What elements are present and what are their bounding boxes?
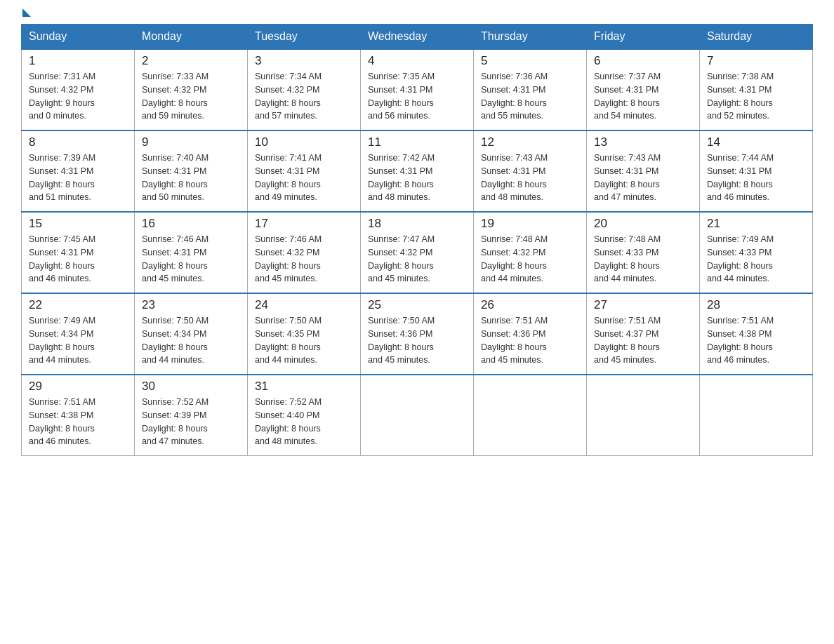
- calendar-cell: 24 Sunrise: 7:50 AMSunset: 4:35 PMDaylig…: [248, 293, 361, 375]
- calendar-cell: [700, 375, 813, 456]
- day-number: 18: [368, 217, 466, 231]
- day-info: Sunrise: 7:36 AMSunset: 4:31 PMDaylight:…: [481, 70, 579, 123]
- day-info: Sunrise: 7:51 AMSunset: 4:38 PMDaylight:…: [707, 314, 805, 367]
- day-info: Sunrise: 7:48 AMSunset: 4:32 PMDaylight:…: [481, 233, 579, 286]
- header: [21, 14, 813, 17]
- day-info: Sunrise: 7:50 AMSunset: 4:35 PMDaylight:…: [255, 314, 353, 367]
- calendar-cell: 31 Sunrise: 7:52 AMSunset: 4:40 PMDaylig…: [248, 375, 361, 456]
- calendar-cell: 5 Sunrise: 7:36 AMSunset: 4:31 PMDayligh…: [474, 49, 587, 130]
- weekday-header-tuesday: Tuesday: [248, 25, 361, 50]
- calendar-week-row: 29 Sunrise: 7:51 AMSunset: 4:38 PMDaylig…: [22, 375, 813, 456]
- day-number: 11: [368, 135, 466, 149]
- day-number: 10: [255, 135, 353, 149]
- day-number: 19: [481, 217, 579, 231]
- day-number: 27: [594, 298, 692, 312]
- calendar-cell: [587, 375, 700, 456]
- calendar-cell: 21 Sunrise: 7:49 AMSunset: 4:33 PMDaylig…: [700, 212, 813, 293]
- calendar-cell: 29 Sunrise: 7:51 AMSunset: 4:38 PMDaylig…: [22, 375, 135, 456]
- day-info: Sunrise: 7:49 AMSunset: 4:34 PMDaylight:…: [29, 314, 127, 367]
- day-number: 21: [707, 217, 805, 231]
- day-number: 9: [142, 135, 240, 149]
- calendar-cell: 10 Sunrise: 7:41 AMSunset: 4:31 PMDaylig…: [248, 130, 361, 212]
- calendar-cell: 7 Sunrise: 7:38 AMSunset: 4:31 PMDayligh…: [700, 49, 813, 130]
- calendar-week-row: 8 Sunrise: 7:39 AMSunset: 4:31 PMDayligh…: [22, 130, 813, 212]
- day-info: Sunrise: 7:35 AMSunset: 4:31 PMDaylight:…: [368, 70, 466, 123]
- day-info: Sunrise: 7:52 AMSunset: 4:40 PMDaylight:…: [255, 396, 353, 448]
- day-info: Sunrise: 7:49 AMSunset: 4:33 PMDaylight:…: [707, 233, 805, 286]
- day-info: Sunrise: 7:52 AMSunset: 4:39 PMDaylight:…: [142, 396, 240, 448]
- weekday-header-wednesday: Wednesday: [361, 25, 474, 50]
- weekday-header-monday: Monday: [135, 25, 248, 50]
- weekday-header-saturday: Saturday: [700, 25, 813, 50]
- day-info: Sunrise: 7:33 AMSunset: 4:32 PMDaylight:…: [142, 70, 240, 123]
- calendar-week-row: 22 Sunrise: 7:49 AMSunset: 4:34 PMDaylig…: [22, 293, 813, 375]
- calendar-cell: 23 Sunrise: 7:50 AMSunset: 4:34 PMDaylig…: [135, 293, 248, 375]
- day-info: Sunrise: 7:39 AMSunset: 4:31 PMDaylight:…: [29, 152, 127, 204]
- day-info: Sunrise: 7:41 AMSunset: 4:31 PMDaylight:…: [255, 152, 353, 204]
- day-info: Sunrise: 7:43 AMSunset: 4:31 PMDaylight:…: [481, 152, 579, 204]
- calendar-cell: 4 Sunrise: 7:35 AMSunset: 4:31 PMDayligh…: [361, 49, 474, 130]
- day-number: 31: [255, 380, 353, 394]
- day-info: Sunrise: 7:42 AMSunset: 4:31 PMDaylight:…: [368, 152, 466, 204]
- calendar-cell: 17 Sunrise: 7:46 AMSunset: 4:32 PMDaylig…: [248, 212, 361, 293]
- day-number: 24: [255, 298, 353, 312]
- day-info: Sunrise: 7:50 AMSunset: 4:34 PMDaylight:…: [142, 314, 240, 367]
- day-info: Sunrise: 7:45 AMSunset: 4:31 PMDaylight:…: [29, 233, 127, 286]
- calendar-week-row: 1 Sunrise: 7:31 AMSunset: 4:32 PMDayligh…: [22, 49, 813, 130]
- calendar-cell: 26 Sunrise: 7:51 AMSunset: 4:36 PMDaylig…: [474, 293, 587, 375]
- weekday-header-friday: Friday: [587, 25, 700, 50]
- day-number: 16: [142, 217, 240, 231]
- day-number: 14: [707, 135, 805, 149]
- day-number: 3: [255, 54, 353, 68]
- day-number: 15: [29, 217, 127, 231]
- day-info: Sunrise: 7:46 AMSunset: 4:32 PMDaylight:…: [255, 233, 353, 286]
- day-info: Sunrise: 7:31 AMSunset: 4:32 PMDaylight:…: [29, 70, 127, 123]
- day-info: Sunrise: 7:46 AMSunset: 4:31 PMDaylight:…: [142, 233, 240, 286]
- calendar-cell: 30 Sunrise: 7:52 AMSunset: 4:39 PMDaylig…: [135, 375, 248, 456]
- day-info: Sunrise: 7:51 AMSunset: 4:38 PMDaylight:…: [29, 396, 127, 448]
- day-info: Sunrise: 7:37 AMSunset: 4:31 PMDaylight:…: [594, 70, 692, 123]
- logo: [21, 14, 31, 17]
- logo-triangle-icon: [22, 8, 31, 17]
- calendar-week-row: 15 Sunrise: 7:45 AMSunset: 4:31 PMDaylig…: [22, 212, 813, 293]
- day-number: 25: [368, 298, 466, 312]
- calendar-cell: 14 Sunrise: 7:44 AMSunset: 4:31 PMDaylig…: [700, 130, 813, 212]
- day-info: Sunrise: 7:50 AMSunset: 4:36 PMDaylight:…: [368, 314, 466, 367]
- day-info: Sunrise: 7:48 AMSunset: 4:33 PMDaylight:…: [594, 233, 692, 286]
- day-number: 7: [707, 54, 805, 68]
- day-number: 1: [29, 54, 127, 68]
- day-info: Sunrise: 7:43 AMSunset: 4:31 PMDaylight:…: [594, 152, 692, 204]
- day-number: 2: [142, 54, 240, 68]
- calendar-cell: 22 Sunrise: 7:49 AMSunset: 4:34 PMDaylig…: [22, 293, 135, 375]
- day-number: 23: [142, 298, 240, 312]
- calendar-cell: 9 Sunrise: 7:40 AMSunset: 4:31 PMDayligh…: [135, 130, 248, 212]
- calendar-cell: 28 Sunrise: 7:51 AMSunset: 4:38 PMDaylig…: [700, 293, 813, 375]
- weekday-header-thursday: Thursday: [474, 25, 587, 50]
- day-number: 29: [29, 380, 127, 394]
- calendar-cell: 2 Sunrise: 7:33 AMSunset: 4:32 PMDayligh…: [135, 49, 248, 130]
- day-info: Sunrise: 7:40 AMSunset: 4:31 PMDaylight:…: [142, 152, 240, 204]
- day-info: Sunrise: 7:38 AMSunset: 4:31 PMDaylight:…: [707, 70, 805, 123]
- calendar-cell: 18 Sunrise: 7:47 AMSunset: 4:32 PMDaylig…: [361, 212, 474, 293]
- day-number: 30: [142, 380, 240, 394]
- day-number: 22: [29, 298, 127, 312]
- calendar-cell: 16 Sunrise: 7:46 AMSunset: 4:31 PMDaylig…: [135, 212, 248, 293]
- day-number: 8: [29, 135, 127, 149]
- day-number: 12: [481, 135, 579, 149]
- day-number: 6: [594, 54, 692, 68]
- calendar-cell: 1 Sunrise: 7:31 AMSunset: 4:32 PMDayligh…: [22, 49, 135, 130]
- calendar-cell: 11 Sunrise: 7:42 AMSunset: 4:31 PMDaylig…: [361, 130, 474, 212]
- day-info: Sunrise: 7:51 AMSunset: 4:37 PMDaylight:…: [594, 314, 692, 367]
- calendar-cell: 25 Sunrise: 7:50 AMSunset: 4:36 PMDaylig…: [361, 293, 474, 375]
- calendar-cell: 6 Sunrise: 7:37 AMSunset: 4:31 PMDayligh…: [587, 49, 700, 130]
- day-number: 28: [707, 298, 805, 312]
- weekday-header-row: SundayMondayTuesdayWednesdayThursdayFrid…: [22, 25, 813, 50]
- calendar-cell: [474, 375, 587, 456]
- calendar-cell: 15 Sunrise: 7:45 AMSunset: 4:31 PMDaylig…: [22, 212, 135, 293]
- day-info: Sunrise: 7:51 AMSunset: 4:36 PMDaylight:…: [481, 314, 579, 367]
- day-info: Sunrise: 7:34 AMSunset: 4:32 PMDaylight:…: [255, 70, 353, 123]
- day-number: 20: [594, 217, 692, 231]
- day-number: 26: [481, 298, 579, 312]
- calendar-cell: 3 Sunrise: 7:34 AMSunset: 4:32 PMDayligh…: [248, 49, 361, 130]
- calendar-table: SundayMondayTuesdayWednesdayThursdayFrid…: [21, 24, 813, 456]
